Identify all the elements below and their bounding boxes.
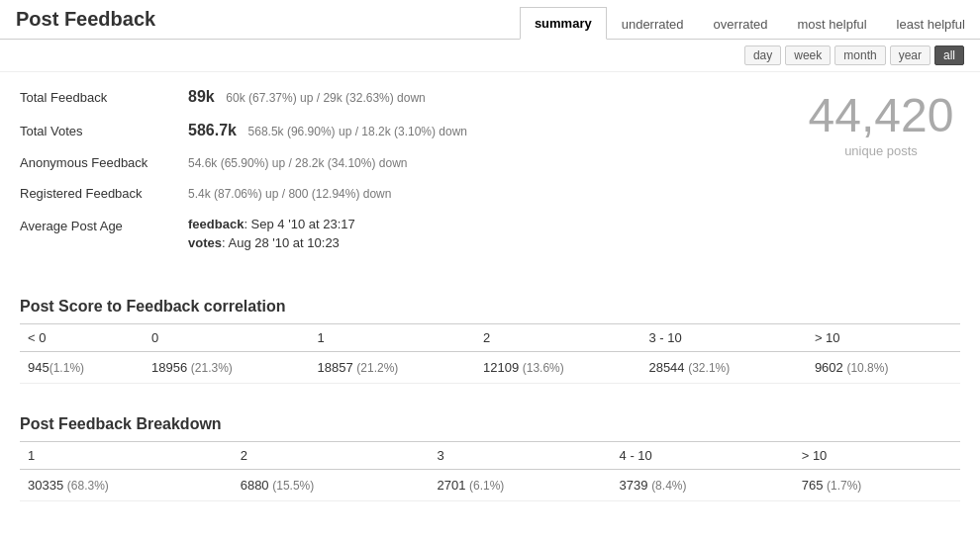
- corr-val-0: 945(1.1%): [20, 352, 144, 384]
- anonymous-feedback-label: Anonymous Feedback: [20, 155, 188, 170]
- average-post-age-label: Average Post Age: [20, 217, 188, 233]
- time-month-button[interactable]: month: [834, 45, 885, 65]
- total-votes-value: 586.7k: [188, 122, 237, 138]
- registered-feedback-label: Registered Feedback: [20, 186, 188, 201]
- stats-section: Total Feedback 89k 60k (67.37%) up / 29k…: [0, 72, 782, 282]
- time-all-button[interactable]: all: [934, 45, 964, 65]
- breakdown-val-2: 2701 (6.1%): [429, 470, 611, 501]
- breakdown-col-gt10: > 10: [794, 442, 960, 470]
- breakdown-val-1: 6880 (15.5%): [233, 470, 430, 501]
- page-title: Post Feedback: [0, 0, 520, 39]
- table-row: 945(1.1%) 18956 (21.3%) 18857 (21.2%) 12…: [20, 352, 960, 384]
- corr-val-1: 18956 (21.3%): [144, 352, 309, 384]
- correlation-col-gt10: > 10: [807, 324, 960, 352]
- tab-summary[interactable]: summary: [520, 7, 607, 40]
- header: Post Feedback summary underrated overrat…: [0, 0, 980, 40]
- correlation-col-2: 2: [475, 324, 640, 352]
- unique-posts-panel: 44,420 unique posts: [782, 72, 980, 282]
- registered-feedback-detail: 5.4k (87.06%) up / 800 (12.94%) down: [188, 187, 391, 201]
- breakdown-col-2: 2: [233, 442, 430, 470]
- breakdown-table: 1 2 3 4 - 10 > 10 30335 (68.3%) 6880 (15…: [20, 441, 960, 501]
- time-week-button[interactable]: week: [785, 45, 831, 65]
- breakdown-val-4: 765 (1.7%): [794, 470, 960, 501]
- correlation-col-lt0: < 0: [20, 324, 144, 352]
- average-post-age-values: feedback: Sep 4 '10 at 23:17 votes: Aug …: [188, 217, 355, 250]
- tab-most-helpful[interactable]: most helpful: [783, 8, 882, 40]
- feedback-age-label: feedback: [188, 217, 244, 231]
- correlation-table: < 0 0 1 2 3 - 10 > 10 945(1.1%) 18956 (2…: [20, 323, 960, 384]
- total-votes-label: Total Votes: [20, 124, 188, 138]
- registered-feedback-row: Registered Feedback 5.4k (87.06%) up / 8…: [20, 186, 762, 201]
- breakdown-col-1: 1: [20, 442, 233, 470]
- correlation-col-1: 1: [310, 324, 475, 352]
- tab-overrated[interactable]: overrated: [699, 8, 783, 40]
- average-post-age-row: Average Post Age feedback: Sep 4 '10 at …: [20, 217, 762, 250]
- total-votes-row: Total Votes 586.7k 568.5k (96.90%) up / …: [20, 122, 762, 139]
- votes-age: votes: Aug 28 '10 at 10:23: [188, 235, 355, 250]
- breakdown-val-0: 30335 (68.3%): [20, 470, 233, 501]
- time-filter-bar: day week month year all: [0, 40, 980, 72]
- anonymous-feedback-row: Anonymous Feedback 54.6k (65.90%) up / 2…: [20, 155, 762, 170]
- total-feedback-detail: 60k (67.37%) up / 29k (32.63%) down: [226, 91, 425, 105]
- total-votes-detail: 568.5k (96.90%) up / 18.2k (3.10%) down: [248, 125, 467, 138]
- tab-underrated[interactable]: underrated: [607, 8, 699, 40]
- tab-bar: summary underrated overrated most helpfu…: [520, 0, 980, 39]
- table-row: 30335 (68.3%) 6880 (15.5%) 2701 (6.1%) 3…: [20, 470, 960, 501]
- feedback-age: feedback: Sep 4 '10 at 23:17: [188, 217, 355, 231]
- total-feedback-label: Total Feedback: [20, 90, 188, 105]
- total-feedback-row: Total Feedback 89k 60k (67.37%) up / 29k…: [20, 88, 762, 106]
- votes-age-value: Aug 28 '10 at 10:23: [228, 235, 339, 250]
- unique-posts-count: 44,420: [802, 92, 960, 139]
- corr-val-5: 9602 (10.8%): [807, 352, 960, 384]
- corr-val-4: 28544 (32.1%): [640, 352, 806, 384]
- unique-posts-label: unique posts: [802, 143, 960, 158]
- anonymous-feedback-detail: 54.6k (65.90%) up / 28.2k (34.10%) down: [188, 156, 407, 170]
- time-day-button[interactable]: day: [744, 45, 781, 65]
- breakdown-col-4to10: 4 - 10: [612, 442, 794, 470]
- correlation-col-0: 0: [144, 324, 309, 352]
- corr-val-3: 12109 (13.6%): [475, 352, 640, 384]
- corr-val-2: 18857 (21.2%): [310, 352, 475, 384]
- time-year-button[interactable]: year: [890, 45, 931, 65]
- correlation-col-3to10: 3 - 10: [640, 324, 806, 352]
- breakdown-col-3: 3: [429, 442, 611, 470]
- votes-age-label: votes: [188, 235, 222, 250]
- breakdown-section-header: Post Feedback Breakdown: [0, 400, 980, 441]
- breakdown-val-3: 3739 (8.4%): [612, 470, 794, 501]
- correlation-section-header: Post Score to Feedback correlation: [0, 282, 980, 323]
- main-content: Total Feedback 89k 60k (67.37%) up / 29k…: [0, 72, 980, 282]
- total-feedback-value: 89k: [188, 88, 215, 105]
- feedback-age-value: Sep 4 '10 at 23:17: [251, 217, 355, 231]
- tab-least-helpful[interactable]: least helpful: [882, 8, 980, 40]
